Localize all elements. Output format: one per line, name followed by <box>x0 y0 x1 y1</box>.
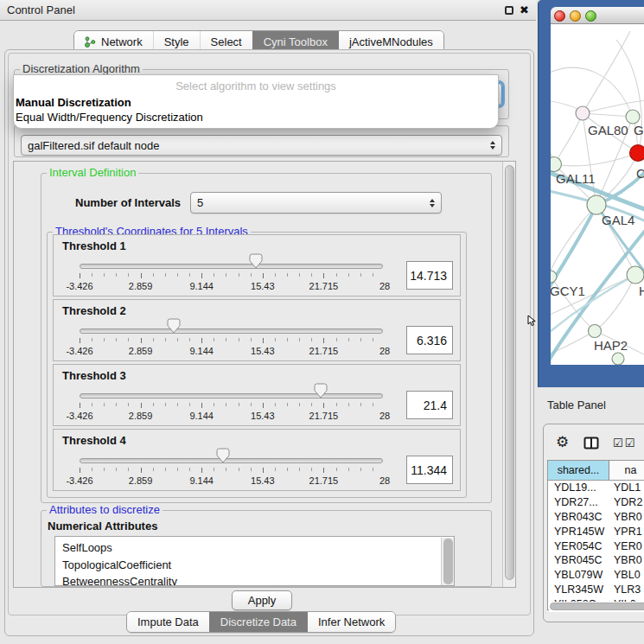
cell[interactable]: YDR27... <box>548 496 609 508</box>
tab-label: Discretize Data <box>220 615 296 628</box>
cell[interactable]: YBR043C <box>548 511 609 523</box>
threshold-value-input[interactable] <box>406 326 453 354</box>
network-node-GAL11[interactable] <box>551 157 562 172</box>
scrollbar-thumb[interactable] <box>443 539 453 584</box>
cell[interactable]: YER0 <box>609 540 644 552</box>
float-window-icon[interactable] <box>505 6 513 15</box>
horizontal-scrollbar[interactable] <box>549 602 644 612</box>
tab-impute-data[interactable]: Impute Data <box>127 612 209 632</box>
cell[interactable]: YDL1 <box>609 481 644 494</box>
column-header-shared-name[interactable]: shared... <box>548 461 609 481</box>
list-item[interactable]: SelfLoops <box>55 537 454 557</box>
apply-button[interactable]: Apply <box>232 590 292 610</box>
table-row[interactable]: YBR045CYBR0 <box>548 553 644 568</box>
gear-icon[interactable]: ⚙ <box>556 433 569 450</box>
list-scrollbar[interactable] <box>441 538 455 586</box>
threshold-slider[interactable]: -3.426 2.859 9.144 15.43 21.715 28 <box>80 235 385 297</box>
network-node[interactable] <box>630 145 644 162</box>
slider-track[interactable] <box>80 328 383 334</box>
tick-label: 2.859 <box>129 475 153 486</box>
network-node-GAL80[interactable] <box>576 106 590 120</box>
network-node-GAL4[interactable] <box>587 195 606 214</box>
cell[interactable]: YBL079W <box>548 569 609 581</box>
node-table[interactable]: shared... na YDL19...YDL1 YDR27...YDR2 Y… <box>547 460 644 610</box>
cell[interactable]: YPR145W <box>548 526 609 538</box>
scrollbar-thumb[interactable] <box>505 165 514 580</box>
tab-discretize-data[interactable]: Discretize Data <box>209 612 307 632</box>
tick-label: 21.715 <box>309 411 339 421</box>
cell[interactable]: YBL0 <box>609 569 644 581</box>
columns-icon[interactable] <box>583 437 599 450</box>
close-traffic-light[interactable] <box>554 10 565 22</box>
slider-track[interactable] <box>80 264 383 269</box>
close-icon[interactable]: ✖ <box>520 3 529 16</box>
threshold-row-4: Threshold 4 -3.426 2.859 9.144 15.43 21.… <box>53 429 461 491</box>
tick-label: 2.859 <box>129 346 153 356</box>
table-row[interactable]: YDL19...YDL1 <box>548 481 644 495</box>
tick-label: 28 <box>379 411 390 421</box>
threshold-value-input[interactable] <box>406 456 453 484</box>
threshold-slider[interactable]: -3.426 2.859 9.144 15.43 21.715 28 <box>80 430 385 492</box>
minimize-traffic-light[interactable] <box>570 10 581 22</box>
table-row[interactable]: YPR145WYPR1 <box>548 524 644 539</box>
network-node[interactable] <box>627 266 644 284</box>
slider-handle[interactable] <box>167 318 181 334</box>
control-panel-titlebar: Control Panel ✖ <box>0 0 536 21</box>
table-row[interactable]: YLR345WYLR3 <box>548 583 644 597</box>
network-node[interactable] <box>626 110 640 124</box>
slider-handle[interactable] <box>249 253 263 269</box>
threshold-slider[interactable]: -3.426 2.859 9.144 15.43 21.715 28 <box>80 365 385 427</box>
select-all-checkboxes-icon[interactable]: ☑☑ <box>613 437 636 450</box>
cell[interactable]: YDR2 <box>609 496 644 508</box>
table-row[interactable]: YDR27...YDR2 <box>548 495 644 510</box>
cell[interactable]: YPR1 <box>609 526 644 538</box>
threshold-slider[interactable]: -3.426 2.859 9.144 15.43 21.715 28 <box>80 300 385 362</box>
tick-label: 21.715 <box>309 281 339 291</box>
dropdown-item-equal-width-frequency[interactable]: Equal Width/Frequency Discretization <box>16 111 203 124</box>
column-header-name[interactable]: na <box>609 461 644 481</box>
threshold-value-input[interactable] <box>406 391 453 419</box>
network-node[interactable] <box>612 353 624 365</box>
slider-track[interactable] <box>80 458 383 463</box>
table-row[interactable]: YBL079WYBL0 <box>548 568 644 583</box>
slider-track[interactable] <box>80 393 383 399</box>
cell[interactable]: YLR3 <box>609 583 644 596</box>
combo-stepper-icon <box>490 141 495 150</box>
cell[interactable]: YER054C <box>548 540 609 552</box>
network-node-label: C <box>636 166 644 181</box>
tick-label: -3.426 <box>66 475 92 486</box>
cell[interactable]: YBR0 <box>609 554 644 566</box>
tab-label: jActiveMNodules <box>349 35 433 48</box>
dropdown-item-manual-discretization[interactable]: Manual Discretization <box>16 96 131 109</box>
network-window-titlebar[interactable] <box>551 7 644 24</box>
tick-label: 2.859 <box>129 281 153 291</box>
cell[interactable]: YBR0 <box>609 511 644 523</box>
network-graph: GAL80GACGAL11GAL4GCY1HHAP2 <box>551 24 644 365</box>
numerical-attributes-list[interactable]: SelfLoops TopologicalCoefficient Between… <box>54 536 455 586</box>
tick-label: -3.426 <box>66 346 92 356</box>
threshold-value-input[interactable] <box>406 261 453 290</box>
slider-handle[interactable] <box>216 448 230 463</box>
scrollbar-thumb[interactable] <box>550 603 644 610</box>
number-of-intervals-combobox[interactable]: 5 <box>190 192 442 214</box>
cyni-bottom-tabs: Impute Data Discretize Data Infer Networ… <box>126 611 396 633</box>
table-data-combobox[interactable]: galFiltered.sif default node <box>21 135 502 156</box>
dropdown-placeholder: Select algorithm to view settings <box>14 80 498 92</box>
vertical-scrollbar[interactable] <box>502 162 515 587</box>
list-item[interactable]: TopologicalCoefficient <box>55 557 454 574</box>
table-row[interactable]: YBR043CYBR0 <box>548 510 644 525</box>
cell[interactable]: YLR345W <box>548 583 609 596</box>
table-row[interactable]: YER054CYER0 <box>548 539 644 553</box>
tick-label: 15.43 <box>251 281 275 291</box>
list-item[interactable]: BetweennessCentrality <box>55 573 454 586</box>
zoom-traffic-light[interactable] <box>585 10 596 22</box>
slider-handle[interactable] <box>314 383 328 399</box>
network-node-HAP2[interactable] <box>589 325 602 338</box>
cell[interactable]: YDL19... <box>548 481 609 494</box>
numerical-attributes-label: Numerical Attributes <box>48 520 157 532</box>
network-node-GCY1[interactable] <box>551 271 557 283</box>
tab-infer-network[interactable]: Infer Network <box>307 612 395 632</box>
cell[interactable]: YBR045C <box>548 554 609 566</box>
network-canvas[interactable]: GAL80GACGAL11GAL4GCY1HHAP2 <box>551 24 644 365</box>
table-panel-title: Table Panel <box>547 399 606 411</box>
